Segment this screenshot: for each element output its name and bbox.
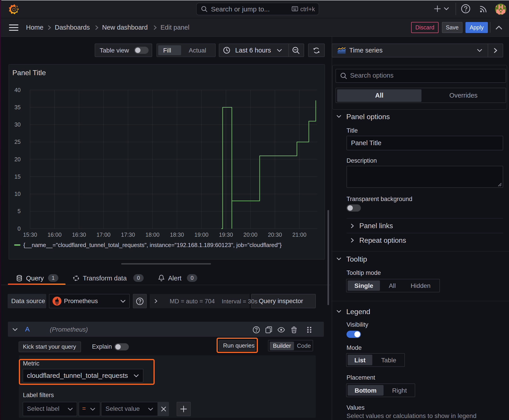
svg-text:0: 0 [17, 225, 21, 232]
svg-text:16:00: 16:00 [48, 232, 62, 238]
svg-text:10: 10 [14, 191, 21, 197]
svg-text:20:00: 20:00 [243, 232, 258, 238]
svg-text:17:30: 17:30 [121, 232, 135, 238]
svg-text:19:00: 19:00 [194, 232, 208, 238]
svg-text:30: 30 [14, 121, 21, 128]
svg-text:19:30: 19:30 [219, 232, 233, 238]
svg-text:35: 35 [14, 104, 21, 110]
svg-text:17:00: 17:00 [97, 232, 111, 238]
svg-text:18:00: 18:00 [145, 232, 160, 238]
svg-text:40: 40 [14, 87, 21, 93]
svg-text:15:30: 15:30 [23, 232, 37, 238]
svg-text:15: 15 [14, 173, 21, 180]
svg-text:20:30: 20:30 [268, 232, 282, 238]
svg-text:5: 5 [17, 208, 21, 214]
svg-text:16:30: 16:30 [72, 232, 86, 238]
svg-text:20: 20 [14, 156, 21, 162]
svg-text:18:30: 18:30 [170, 232, 184, 238]
svg-text:21:00: 21:00 [292, 232, 307, 238]
svg-text:25: 25 [14, 139, 21, 145]
